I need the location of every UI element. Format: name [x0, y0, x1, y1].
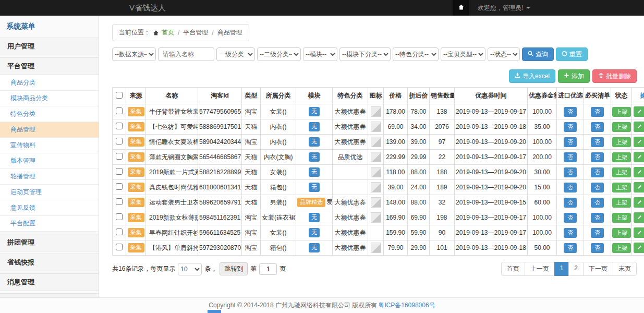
edit-button[interactable]	[634, 122, 644, 132]
row-checkbox[interactable]	[116, 168, 123, 175]
row-checkbox[interactable]	[116, 198, 123, 205]
import-select-button[interactable]: 否	[564, 213, 577, 223]
sidebar-item-version-management[interactable]: 版本管理	[0, 153, 99, 169]
row-checkbox[interactable]	[116, 107, 123, 114]
jump-button[interactable]: 跳转到	[220, 262, 248, 275]
sidebar-item-goods-management[interactable]: 商品管理	[0, 122, 99, 138]
must-buy-button[interactable]: 否	[591, 183, 604, 192]
status-button[interactable]: 上架	[612, 198, 631, 208]
import-select-button[interactable]: 否	[564, 167, 577, 177]
sidebar-item-message-management[interactable]: 消息管理	[0, 273, 99, 291]
sidebar-item-carousel-management[interactable]: 轮播管理	[0, 169, 99, 185]
import-select-button[interactable]: 否	[564, 107, 577, 117]
name-search-input[interactable]	[158, 47, 214, 61]
page-button-首页[interactable]: 首页	[501, 262, 525, 276]
edit-button[interactable]	[634, 167, 644, 177]
page-button-末页[interactable]: 末页	[613, 262, 637, 276]
row-checkbox[interactable]	[116, 123, 123, 129]
page-number-input[interactable]	[259, 263, 277, 275]
select-all-checkbox[interactable]	[116, 92, 123, 99]
row-checkbox[interactable]	[116, 138, 123, 145]
edit-button[interactable]	[634, 137, 644, 147]
edit-button[interactable]	[634, 212, 644, 223]
edit-button[interactable]	[634, 152, 644, 162]
filter-data-source-select[interactable]: --数据来源--	[112, 47, 156, 61]
breadcrumb-platform: 平台管理	[183, 28, 208, 37]
must-buy-button[interactable]: 否	[591, 213, 604, 223]
main-content: 当前位置： 首页 / 平台管理 / 商品管理 --数据来源-- 一级分类 --二…	[99, 16, 644, 297]
filter-feature-select[interactable]: --特色分类--	[393, 47, 439, 61]
status-button[interactable]: 上架	[612, 137, 631, 147]
sidebar-item-feedback[interactable]: 意见反馈	[0, 200, 99, 216]
status-button[interactable]: 上架	[612, 152, 631, 162]
page-button-上一页[interactable]: 上一页	[525, 262, 555, 276]
must-buy-button[interactable]: 否	[591, 107, 604, 117]
must-buy-button[interactable]: 否	[591, 167, 604, 177]
search-button[interactable]: 查询	[522, 47, 554, 61]
import-select-button[interactable]: 否	[564, 137, 577, 147]
filter-module-sub-select[interactable]: --模块下分类--	[339, 47, 391, 61]
row-checkbox[interactable]	[116, 213, 123, 220]
user-menu[interactable]: 欢迎您，管理员!	[478, 4, 530, 13]
sidebar-item-goods-category[interactable]: 商品分类	[0, 75, 99, 91]
sidebar-item-feature-category[interactable]: 特色分类	[0, 106, 99, 122]
per-page-select[interactable]: 10	[178, 263, 202, 275]
coupon-time: 2019-09-13—2019-09-18	[455, 240, 528, 256]
breadcrumb-home-link[interactable]: 首页	[162, 28, 174, 37]
sidebar-item-user-management[interactable]: 用户管理	[0, 38, 99, 55]
sidebar-item-module-goods-category[interactable]: 模块商品分类	[0, 91, 99, 106]
page-button-2[interactable]: 2	[568, 262, 584, 276]
filter-item-type-select[interactable]: --宝贝类型--	[441, 47, 485, 61]
edit-button[interactable]	[634, 227, 644, 238]
sidebar-item-order-management[interactable]: 订单管理	[0, 293, 99, 297]
sidebar-item-saving-news[interactable]: 省钱快报	[0, 254, 99, 271]
import-select-button[interactable]: 否	[564, 228, 577, 238]
page-button-下一页[interactable]: 下一页	[583, 262, 613, 276]
must-buy-button[interactable]: 否	[591, 122, 604, 132]
status-button[interactable]: 上架	[612, 122, 631, 132]
must-buy-button[interactable]: 否	[591, 137, 604, 147]
icp-link[interactable]: 粤ICP备16098006号	[378, 301, 435, 310]
row-checkbox[interactable]	[116, 183, 123, 190]
row-checkbox[interactable]	[116, 153, 123, 160]
sidebar-item-promo-materials[interactable]: 宣传物料	[0, 138, 99, 153]
sidebar-item-groupbuy-management[interactable]: 拼团管理	[0, 234, 99, 251]
page-button-1[interactable]: 1	[554, 262, 569, 276]
status-button[interactable]: 上架	[612, 228, 631, 238]
add-button[interactable]: 添加	[558, 69, 590, 83]
must-buy-button[interactable]: 否	[591, 243, 604, 253]
import-select-button[interactable]: 否	[564, 183, 577, 192]
row-checkbox[interactable]	[116, 244, 123, 250]
import-select-button[interactable]: 否	[564, 198, 577, 208]
status-button[interactable]: 上架	[612, 107, 631, 117]
home-button[interactable]	[453, 0, 469, 16]
row-checkbox[interactable]	[116, 228, 123, 235]
edit-button[interactable]	[634, 197, 644, 208]
edit-button[interactable]	[634, 106, 644, 117]
sidebar-item-splash-management[interactable]: 启动页管理	[0, 185, 99, 200]
filter-status-select[interactable]: --状态--	[488, 47, 520, 61]
feature-category: 大额优惠券	[333, 119, 368, 135]
sidebar-item-platform-config[interactable]: 平台配置	[0, 216, 99, 232]
breadcrumb-separator: /	[212, 29, 213, 37]
edit-button[interactable]	[634, 243, 644, 253]
status-button[interactable]: 上架	[612, 213, 631, 223]
must-buy-button[interactable]: 否	[591, 228, 604, 238]
filter-module-select[interactable]: --模块--	[303, 47, 337, 61]
edit-button[interactable]	[634, 182, 644, 192]
reset-button[interactable]: 重置	[556, 47, 588, 61]
import-select-button[interactable]: 否	[564, 122, 577, 132]
status-button[interactable]: 上架	[612, 243, 631, 253]
import-select-button[interactable]: 否	[564, 152, 577, 162]
filter-level1-category-select[interactable]: 一级分类	[216, 47, 255, 61]
sales-count: 90	[430, 225, 455, 240]
batch-delete-button[interactable]: 批量删除	[592, 69, 637, 83]
must-buy-button[interactable]: 否	[591, 198, 604, 208]
status-button[interactable]: 上架	[612, 183, 631, 192]
sidebar-item-platform-management[interactable]: 平台管理	[0, 57, 99, 75]
import-select-button[interactable]: 否	[564, 243, 577, 253]
status-button[interactable]: 上架	[612, 167, 631, 177]
filter-level2-category-select[interactable]: --二级分类--	[257, 47, 301, 61]
import-excel-button[interactable]: 导入excel	[509, 69, 555, 83]
must-buy-button[interactable]: 否	[591, 152, 604, 162]
